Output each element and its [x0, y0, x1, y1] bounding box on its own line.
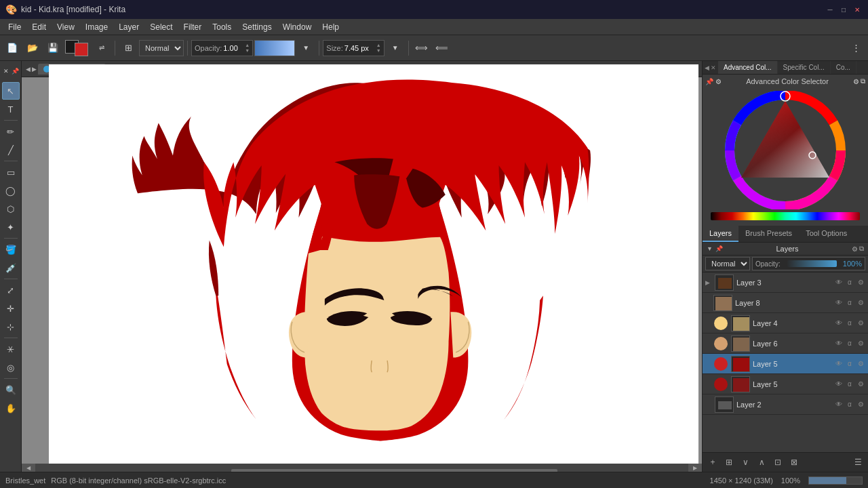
grid-button[interactable]: ⊞: [119, 39, 138, 58]
background-color[interactable]: [75, 43, 88, 56]
add-layer-button[interactable]: +: [705, 455, 720, 470]
layer-row[interactable]: Layer 2 👁 α ⚙: [703, 394, 868, 415]
menu-select[interactable]: Select: [144, 21, 178, 33]
menu-tools[interactable]: Tools: [207, 21, 237, 33]
menu-edit[interactable]: Edit: [26, 21, 52, 33]
layers-tab-layers[interactable]: Layers: [703, 226, 738, 242]
layer-settings-icon[interactable]: ⚙: [856, 278, 865, 287]
layers-tab-tool-options[interactable]: Tool Options: [799, 226, 854, 242]
color-panel-pin[interactable]: 📌: [705, 78, 713, 85]
tool-transform[interactable]: ⤢: [2, 281, 20, 299]
tool-pan[interactable]: ✋: [2, 399, 20, 417]
drawing-canvas[interactable]: [49, 64, 698, 468]
menu-help[interactable]: Help: [317, 21, 344, 33]
layer-visible-icon[interactable]: 👁: [834, 298, 844, 308]
new-button[interactable]: 📄: [3, 39, 22, 58]
color-wheel-svg[interactable]: [724, 91, 846, 209]
tab-scroll-right[interactable]: ▶: [32, 66, 37, 73]
layers-panel-arrow[interactable]: ▼: [707, 245, 713, 252]
opacity-menu-button[interactable]: ▼: [296, 39, 315, 58]
layer-visible-icon[interactable]: 👁: [834, 278, 844, 287]
color-tab-specific[interactable]: Specific Col...: [778, 61, 831, 74]
tool-cursor[interactable]: ↖: [2, 82, 20, 100]
tool-fill[interactable]: 🪣: [2, 241, 20, 258]
layer-settings-icon[interactable]: ⚙: [856, 380, 865, 389]
layer-alpha-icon[interactable]: α: [845, 359, 854, 369]
tool-path[interactable]: ✦: [2, 218, 20, 236]
move-down-button[interactable]: ∨: [738, 455, 753, 470]
toolbox-pin[interactable]: 📌: [11, 62, 19, 80]
tool-move[interactable]: ✛: [2, 300, 20, 317]
color-selector-float[interactable]: ⧉: [861, 77, 865, 85]
menu-file[interactable]: File: [3, 21, 26, 33]
menu-filter[interactable]: Filter: [178, 21, 208, 33]
layer-visible-icon[interactable]: 👁: [834, 380, 844, 389]
brush-mirror-h[interactable]: ⟺: [412, 39, 431, 58]
size-spinner[interactable]: ▲ ▼: [376, 43, 381, 53]
color-tab-advanced[interactable]: Advanced Col...: [718, 61, 778, 74]
tool-colorpick[interactable]: 💉: [2, 259, 20, 277]
color-wheel-container[interactable]: [705, 88, 865, 212]
toolbar-options[interactable]: ⋮: [846, 39, 865, 58]
layers-panel-pin[interactable]: 📌: [715, 245, 723, 252]
save-button[interactable]: 💾: [43, 39, 62, 58]
zoom-slider[interactable]: [808, 476, 863, 485]
layer-alpha-icon[interactable]: α: [845, 298, 854, 308]
brush-mirror-v[interactable]: ⟸: [433, 39, 452, 58]
layer-row[interactable]: Layer 6 👁 α ⚙: [703, 333, 868, 354]
layer-row[interactable]: Layer 4 👁 α ⚙: [703, 313, 868, 333]
layer-alpha-icon[interactable]: α: [845, 339, 854, 348]
swap-colors-button[interactable]: ⇌: [92, 39, 111, 58]
layer-visible-icon[interactable]: 👁: [834, 319, 844, 328]
layer-alpha-icon[interactable]: α: [845, 400, 854, 409]
layer-row[interactable]: Layer 8 👁 α ⚙: [703, 293, 868, 313]
layer-expand-icon[interactable]: ▶: [705, 279, 715, 286]
layers-panel-float[interactable]: ⧉: [859, 245, 864, 253]
horizontal-scrollbar[interactable]: ◀ ▶: [22, 464, 702, 472]
tab-scroll-left[interactable]: ◀: [26, 66, 31, 73]
menu-view[interactable]: View: [52, 21, 80, 33]
open-button[interactable]: 📂: [23, 39, 42, 58]
menu-image[interactable]: Image: [80, 21, 113, 33]
copy-layer-button[interactable]: ⊡: [770, 455, 785, 470]
add-group-button[interactable]: ⊞: [722, 455, 736, 470]
layers-panel-settings[interactable]: ⚙: [852, 245, 858, 253]
tool-polygon[interactable]: ⬡: [2, 200, 20, 218]
menu-settings[interactable]: Settings: [237, 21, 277, 33]
layer-row[interactable]: Layer 5 👁 α ⚙: [703, 374, 868, 394]
scroll-thumb-h[interactable]: [231, 469, 558, 472]
layer-settings-icon[interactable]: ⚙: [856, 359, 865, 369]
minimize-button[interactable]: ─: [825, 4, 835, 15]
opacity-slider[interactable]: [254, 40, 295, 56]
color-hue-bar[interactable]: [711, 212, 860, 220]
size-menu-button[interactable]: ▼: [386, 39, 405, 58]
layer-settings-icon[interactable]: ⚙: [856, 400, 865, 409]
close-button[interactable]: ✕: [852, 4, 863, 15]
layer-settings-icon[interactable]: ⚙: [856, 298, 865, 308]
layer-alpha-icon[interactable]: α: [845, 380, 854, 389]
move-up-button[interactable]: ∧: [754, 455, 769, 470]
layer-visible-icon[interactable]: 👁: [834, 339, 844, 348]
canvas-area[interactable]: ◀ ▶ kid - Kid.kra ✕: [22, 61, 702, 472]
layer-settings-icon[interactable]: ⚙: [856, 339, 865, 348]
layer-alpha-icon[interactable]: α: [845, 278, 854, 287]
blend-mode-select[interactable]: Normal: [139, 40, 184, 56]
layers-menu-button[interactable]: ☰: [850, 455, 865, 470]
color-panel-gear[interactable]: ⚙: [715, 78, 722, 85]
tool-text[interactable]: T: [2, 100, 20, 118]
layer-alpha-icon[interactable]: α: [845, 319, 854, 328]
tool-rect[interactable]: ▭: [2, 163, 20, 181]
scroll-right-btn[interactable]: ▶: [688, 464, 702, 472]
layer-row[interactable]: ▶ Layer 3 👁 α ⚙: [703, 272, 868, 293]
color-panel-scroll-left[interactable]: ◀: [705, 64, 709, 71]
tool-ellipse[interactable]: ◯: [2, 182, 20, 199]
maximize-button[interactable]: □: [838, 4, 849, 15]
color-tab-co[interactable]: Co...: [831, 61, 856, 74]
tool-freehand[interactable]: ✏: [2, 123, 20, 140]
color-panel-close[interactable]: ✕: [711, 64, 716, 71]
layer-row-selected[interactable]: Layer 5 👁 α ⚙: [703, 354, 868, 374]
layer-blend-mode[interactable]: Normal: [705, 257, 750, 270]
menu-window[interactable]: Window: [277, 21, 317, 33]
layers-tab-brush-presets[interactable]: Brush Presets: [738, 226, 799, 242]
menu-layer[interactable]: Layer: [113, 21, 144, 33]
